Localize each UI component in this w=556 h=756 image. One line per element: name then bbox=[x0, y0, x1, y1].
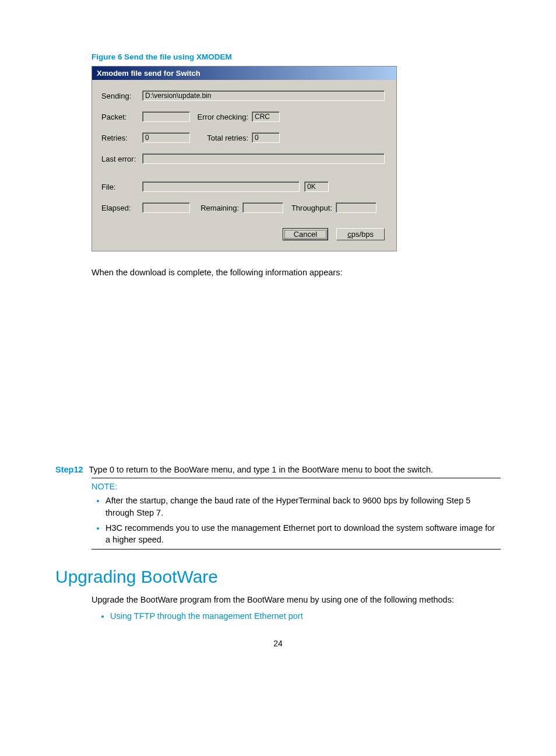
dialog-title: Xmodem file send for Switch bbox=[92, 66, 396, 80]
field-elapsed bbox=[142, 202, 190, 213]
note-list: After the startup, change the baud rate … bbox=[92, 495, 501, 545]
label-retries: Retries: bbox=[101, 134, 142, 142]
cpsbps-button[interactable]: cps/bps bbox=[336, 228, 385, 240]
para-upgrade-methods: Upgrade the BootWare program from the Bo… bbox=[92, 594, 501, 606]
label-elapsed: Elapsed: bbox=[101, 204, 142, 212]
label-sending: Sending: bbox=[101, 92, 142, 100]
cancel-button[interactable]: Cancel bbox=[283, 228, 328, 240]
field-error-checking: CRC bbox=[252, 111, 280, 122]
para-download-complete: When the download is complete, the follo… bbox=[92, 267, 501, 278]
field-last-error bbox=[142, 153, 385, 164]
heading-upgrading-bootware: Upgrading BootWare bbox=[55, 567, 501, 587]
page-number: 24 bbox=[55, 639, 501, 648]
field-throughput bbox=[336, 202, 376, 213]
step12-text: Type 0 to return to the BooWare menu, an… bbox=[89, 465, 434, 474]
step12-row: Step12 Type 0 to return to the BooWare m… bbox=[55, 465, 501, 474]
figure-caption: Figure 6 Send the file using XMODEM bbox=[92, 52, 501, 61]
label-throughput: Throughput: bbox=[283, 204, 336, 212]
hr-top bbox=[92, 478, 501, 478]
dialog-body: Sending: D:\version\update.bin Packet: E… bbox=[92, 80, 396, 251]
xmodem-dialog: Xmodem file send for Switch Sending: D:\… bbox=[92, 66, 397, 251]
method-item-1: Using TFTP through the management Ethern… bbox=[110, 611, 501, 621]
hr-bottom bbox=[92, 549, 501, 550]
label-remaining: Remaining: bbox=[190, 204, 242, 212]
note-item-2: H3C recommends you to use the management… bbox=[105, 522, 501, 546]
field-sending: D:\version\update.bin bbox=[142, 90, 385, 101]
methods-list: Using TFTP through the management Ethern… bbox=[92, 611, 501, 621]
note-item-1: After the startup, change the baud rate … bbox=[105, 495, 501, 519]
label-file: File: bbox=[101, 183, 142, 191]
cpsbps-label-rest: ps/bps bbox=[351, 230, 374, 239]
field-remaining bbox=[242, 202, 283, 213]
label-last-error: Last error: bbox=[101, 155, 142, 163]
field-file-progress bbox=[142, 181, 300, 192]
note-label: NOTE: bbox=[92, 482, 501, 491]
step12-label: Step12 bbox=[55, 465, 83, 474]
field-packet bbox=[142, 111, 190, 122]
field-file-size: 0K bbox=[304, 181, 329, 192]
field-retries: 0 bbox=[142, 132, 190, 143]
field-total-retries: 0 bbox=[252, 132, 280, 143]
label-error-checking: Error checking: bbox=[190, 113, 252, 121]
label-packet: Packet: bbox=[101, 113, 142, 121]
label-total-retries: Total retries: bbox=[190, 134, 252, 142]
link-tftp-mgmt-eth[interactable]: Using TFTP through the management Ethern… bbox=[110, 611, 303, 621]
